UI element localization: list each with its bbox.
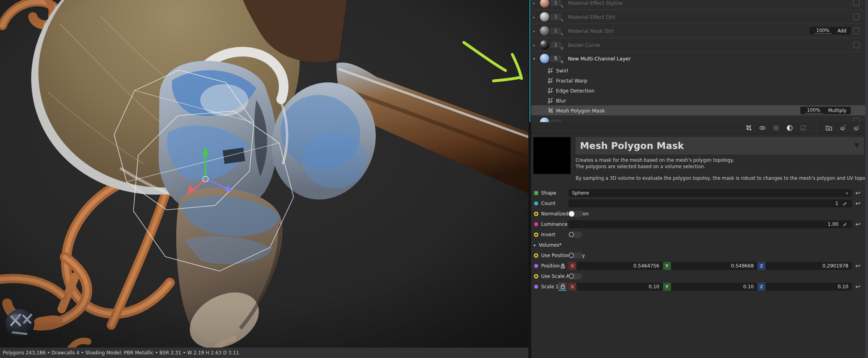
layer-blend-mode[interactable]: Add <box>838 28 846 34</box>
reset-icon[interactable]: ↩ <box>855 221 860 227</box>
effect-blend-mode[interactable]: Multiply <box>828 108 846 113</box>
layer-visibility-checkbox[interactable] <box>853 0 860 6</box>
effect-label[interactable]: Mesh Polygon Mask <box>556 107 605 113</box>
position-x-input[interactable]: 0.5464756 <box>576 262 663 270</box>
layer-thumbnail[interactable] <box>540 0 549 7</box>
position-y-input[interactable]: 0.549668 <box>671 262 757 270</box>
param-label: Invert <box>541 232 555 237</box>
normalized-position-toggle[interactable] <box>568 211 582 217</box>
collapse-arrow-icon[interactable]: ▾ <box>533 56 535 60</box>
scale-y-group: Y 0.10 <box>663 283 757 291</box>
layer-row-material-mask-dirt[interactable]: ▸ 1 Material Mask Dirt 100% Add <box>531 24 865 38</box>
frame-add-icon[interactable] <box>800 125 807 131</box>
effect-row-mesh-polygon-mask-selected[interactable]: Mesh Polygon Mask 100% Multiply <box>531 105 865 115</box>
layer-thumbnail[interactable] <box>540 54 549 63</box>
effect-label[interactable]: Swirl <box>556 67 568 73</box>
invert-toggle[interactable] <box>568 231 582 238</box>
layer-visibility-checkbox[interactable] <box>853 14 860 20</box>
layers-toolbar <box>531 122 865 134</box>
effect-label[interactable]: Blur <box>556 97 566 103</box>
reset-icon[interactable]: ↩ <box>855 190 860 196</box>
add-layer-icon[interactable] <box>839 125 846 131</box>
layer-row-material-effect-dirt[interactable]: ▸ 1 Material Effect Dirt <box>531 10 865 24</box>
shape-dropdown[interactable]: Sphere ▾ <box>568 189 852 197</box>
effect-row-swirl[interactable]: Swirl <box>531 65 865 75</box>
section-row-volumes[interactable]: ▾ Volumes* <box>531 240 865 250</box>
layer-label[interactable]: Bezier Curve <box>568 42 600 48</box>
layer-thumbnail[interactable] <box>540 118 549 123</box>
use-scale-array-toggle[interactable] <box>568 273 582 280</box>
int-type-icon <box>534 201 538 206</box>
properties-panel: Mesh Polygon Mask ▾ Creates a mask for t… <box>531 134 865 358</box>
param-label: Shape <box>541 190 556 196</box>
effect-icon <box>548 97 554 103</box>
expand-arrow-icon[interactable]: ▸ <box>533 0 535 5</box>
expand-arrow-icon[interactable]: ▸ <box>533 14 535 19</box>
effect-opacity-value[interactable]: 100% <box>805 107 823 114</box>
layer-visibility-checkbox[interactable] <box>853 28 860 34</box>
layer-visibility-checkbox[interactable] <box>853 42 860 48</box>
layer-row-material-effect-stylize[interactable]: ▸ 1 Material Effect Stylize <box>531 0 865 10</box>
expand-arrow-icon[interactable]: ▸ <box>533 28 535 33</box>
reset-icon[interactable]: ↩ <box>855 284 860 290</box>
reset-icon[interactable]: ↩ <box>855 201 860 207</box>
layer-row-bezier-curve[interactable]: ▸ 1 Bezier Curve <box>531 38 865 52</box>
param-row-normalized-position: Normalized Position <box>531 209 865 219</box>
param-label: Count <box>541 201 556 206</box>
description-line: The polygons are selected based on a vol… <box>576 164 705 169</box>
folder-add-icon[interactable] <box>826 125 832 131</box>
layer-opacity-value[interactable]: 100% <box>814 28 832 34</box>
layer-thumbnail[interactable] <box>540 12 549 21</box>
effect-label[interactable]: Fractal Warp <box>556 77 587 83</box>
lock-icon[interactable] <box>558 282 567 291</box>
bool-type-icon <box>534 233 538 237</box>
param-row-use-position-array: Use Position Array <box>531 250 865 261</box>
reset-icon[interactable]: ↩ <box>855 263 860 269</box>
atom-icon[interactable] <box>773 125 779 131</box>
mask-mini-icon <box>560 59 564 64</box>
mask-icon[interactable] <box>745 125 752 131</box>
effect-row-edge-detection[interactable]: Edge Detection <box>531 85 865 95</box>
count-input[interactable]: 1 <box>568 199 852 207</box>
layer-row-partial[interactable] <box>531 115 865 122</box>
layer-label[interactable]: Material Effect Dirt <box>568 14 615 20</box>
bool-type-icon <box>534 212 538 216</box>
panel-scrollbar[interactable] <box>865 0 868 358</box>
section-collapse-icon[interactable]: ▾ <box>534 243 536 247</box>
layer-label[interactable]: New Multi-Channel Layer <box>568 55 630 61</box>
luminance-input[interactable]: 1.00 <box>568 220 852 228</box>
scale-x-input[interactable]: 0.10 <box>576 283 663 291</box>
collapse-panel-icon[interactable]: ▾ <box>854 140 859 150</box>
layer-thumbnail[interactable] <box>540 26 549 35</box>
scale-z-input[interactable]: 0.10 <box>765 283 852 291</box>
layer-count-badge: 1 <box>550 13 561 20</box>
layer-thumbnail[interactable] <box>540 40 549 49</box>
layer-visibility-checkbox[interactable] <box>853 118 860 122</box>
layers-panel-accent-border <box>530 0 530 122</box>
use-position-array-toggle[interactable] <box>568 252 582 259</box>
scale-y-input[interactable]: 0.10 <box>671 283 757 291</box>
layer-label[interactable]: Material Mask Dirt <box>568 28 614 34</box>
link-icon[interactable] <box>759 125 766 131</box>
effect-row-fractal-warp[interactable]: Fractal Warp <box>531 75 865 85</box>
layer-label[interactable]: Material Effect Stylize <box>568 0 622 6</box>
layer-blend-controls: 100% Add <box>810 27 851 34</box>
param-row-use-scale-array: Use Scale Array <box>531 271 865 282</box>
expand-arrow-icon[interactable]: ▸ <box>533 42 535 47</box>
remove-layer-icon[interactable] <box>853 125 860 131</box>
unlock-icon[interactable] <box>560 263 566 269</box>
effect-label[interactable]: Edge Detection <box>556 87 594 93</box>
description-line: By sampling a 3D volume to evaluate the … <box>576 175 868 181</box>
effect-row-blur[interactable]: Blur <box>531 95 865 105</box>
viewport-3d[interactable] <box>0 0 528 348</box>
toggle-knob <box>569 253 574 258</box>
position-z-input[interactable]: 0.2901978 <box>765 262 852 270</box>
node-preview-thumbnail[interactable] <box>533 137 571 174</box>
bool-type-icon <box>534 274 538 279</box>
edit-pencil-icon[interactable] <box>842 201 847 206</box>
toggle-knob <box>569 211 574 217</box>
edit-pencil-icon[interactable] <box>842 222 847 227</box>
layer-row-new-multi-channel-layer[interactable]: ▾ 5 New Multi-Channel Layer <box>531 51 865 65</box>
chevron-down-icon: ▾ <box>846 191 848 195</box>
contrast-icon[interactable] <box>786 125 793 131</box>
